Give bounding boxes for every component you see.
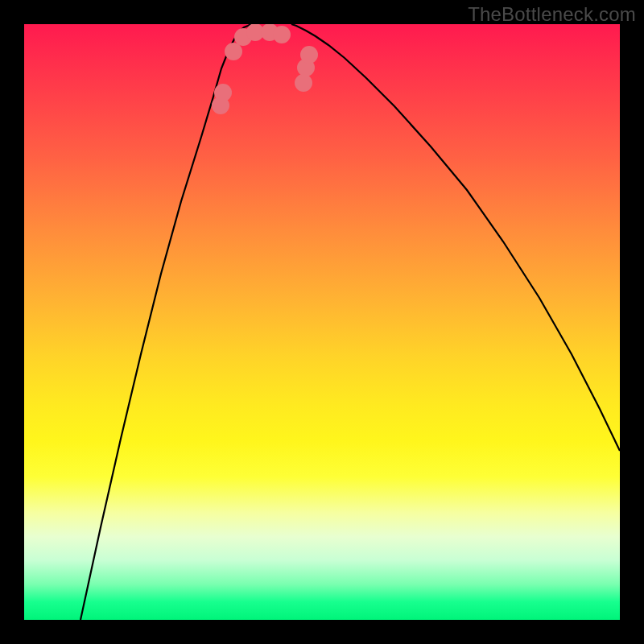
data-markers [212,24,318,114]
curve-left [80,24,251,620]
marker-dot [300,46,318,64]
marker-dot [225,43,242,60]
marker-dot [295,74,312,92]
watermark-text: TheBottleneck.com [468,3,636,26]
curve-right [291,24,620,451]
marker-dot [273,26,291,43]
chart-svg [24,24,620,620]
plot-area [24,24,620,620]
marker-dot [214,84,232,101]
outer-frame: TheBottleneck.com [0,0,644,644]
